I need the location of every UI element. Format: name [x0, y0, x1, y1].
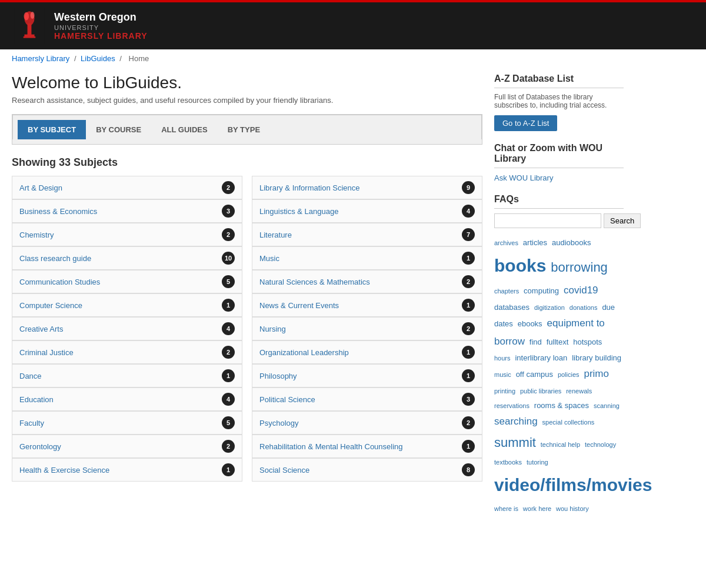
subject-link[interactable]: Health & Exercise Science	[19, 466, 109, 475]
subject-link[interactable]: Social Science	[259, 466, 309, 475]
faq-tag[interactable]: renewals	[566, 387, 592, 395]
subject-link[interactable]: Faculty	[19, 419, 44, 427]
subject-link[interactable]: Computer Science	[19, 301, 82, 310]
faq-tag[interactable]: printing	[494, 387, 515, 395]
subject-link[interactable]: Creative Arts	[19, 325, 63, 333]
subject-link[interactable]: Education	[19, 395, 54, 404]
faq-tag[interactable]: library building	[572, 353, 621, 362]
subject-item[interactable]: Social Science8	[252, 458, 482, 482]
subject-item[interactable]: Business & Economics3	[12, 199, 242, 223]
tab-by-type[interactable]: BY TYPE	[218, 120, 270, 139]
subject-link[interactable]: Philosophy	[259, 372, 297, 380]
subject-link[interactable]: Music	[259, 254, 279, 263]
subject-link[interactable]: Natural Sciences & Mathematics	[259, 278, 370, 286]
faq-tag[interactable]: technology	[585, 441, 616, 448]
subject-link[interactable]: Gerontology	[19, 442, 61, 451]
subject-item[interactable]: Communication Studies5	[12, 270, 242, 293]
faq-tag[interactable]: technical help	[541, 441, 580, 448]
subject-link[interactable]: Criminal Justice	[19, 348, 74, 357]
subject-item[interactable]: Computer Science1	[12, 293, 242, 317]
faq-tag[interactable]: chapters	[494, 288, 519, 295]
faq-tag[interactable]: digitization	[534, 304, 565, 311]
subject-link[interactable]: Dance	[19, 372, 42, 380]
faq-tag[interactable]: audiobooks	[552, 238, 591, 247]
subject-item[interactable]: Linguistics & Language4	[252, 199, 482, 223]
tab-by-course[interactable]: BY COURSE	[86, 120, 151, 139]
faq-search-input[interactable]	[494, 213, 601, 228]
subject-link[interactable]: Organizational Leadership	[259, 348, 349, 357]
subject-link[interactable]: Rehabilitation & Mental Health Counselin…	[259, 442, 403, 451]
faq-tag[interactable]: books	[494, 256, 546, 275]
subject-item[interactable]: News & Current Events1	[252, 293, 482, 317]
subject-link[interactable]: Political Science	[259, 395, 315, 404]
faq-tag[interactable]: databases	[494, 303, 530, 312]
subject-item[interactable]: Creative Arts4	[12, 317, 242, 340]
subject-item[interactable]: Political Science3	[252, 387, 482, 411]
faq-tag[interactable]: tutoring	[527, 459, 548, 466]
faq-tag[interactable]: interlibrary loan	[515, 353, 567, 362]
faq-tag[interactable]: archives	[494, 239, 518, 246]
subject-link[interactable]: News & Current Events	[259, 301, 339, 310]
subject-item[interactable]: Education4	[12, 387, 242, 411]
faq-tag[interactable]: donations	[570, 304, 598, 311]
faq-tag[interactable]: work here	[523, 505, 551, 512]
breadcrumb-hamersly[interactable]: Hamersly Library	[12, 54, 69, 63]
faq-tag[interactable]: video/films/movies	[494, 475, 652, 495]
subject-link[interactable]: Library & Information Science	[259, 183, 360, 192]
subject-item[interactable]: Organizational Leadership1	[252, 340, 482, 364]
faq-tag[interactable]: borrowing	[551, 260, 608, 275]
breadcrumb-libguides[interactable]: LibGuides	[81, 54, 115, 63]
faq-tag[interactable]: public libraries	[520, 387, 561, 395]
faq-tag[interactable]: summit	[494, 435, 536, 450]
faq-tag[interactable]: searching	[494, 416, 538, 427]
subject-item[interactable]: Faculty5	[12, 411, 242, 435]
faq-tag[interactable]: computing	[524, 286, 559, 295]
subject-link[interactable]: Psychology	[259, 419, 298, 427]
faq-tag[interactable]: policies	[558, 371, 580, 378]
subject-item[interactable]: Criminal Justice2	[12, 340, 242, 364]
faq-tag[interactable]: find	[530, 338, 542, 346]
tab-by-subject[interactable]: BY SUBJECT	[18, 120, 86, 139]
subject-item[interactable]: Psychology2	[252, 411, 482, 435]
az-button[interactable]: Go to A-Z List	[494, 115, 557, 131]
subject-link[interactable]: Class research guide	[19, 254, 91, 263]
subject-item[interactable]: Natural Sciences & Mathematics2	[252, 270, 482, 293]
subject-item[interactable]: Philosophy1	[252, 364, 482, 387]
faq-tag[interactable]: textbooks	[494, 459, 522, 466]
subject-item[interactable]: Gerontology2	[12, 435, 242, 458]
faq-tag[interactable]: covid19	[564, 285, 598, 296]
faq-tag[interactable]: scanning	[594, 402, 620, 409]
subject-link[interactable]: Nursing	[259, 325, 286, 333]
subject-item[interactable]: Nursing2	[252, 317, 482, 340]
subject-item[interactable]: Health & Exercise Science1	[12, 458, 242, 482]
faq-search-button[interactable]: Search	[604, 213, 641, 228]
subject-item[interactable]: Art & Design2	[12, 176, 242, 199]
faq-tag[interactable]: fulltext	[547, 338, 569, 346]
faq-tag[interactable]: wou history	[556, 505, 589, 512]
subject-link[interactable]: Communication Studies	[19, 278, 100, 286]
tab-all-guides[interactable]: ALL GUIDES	[151, 120, 218, 139]
subject-link[interactable]: Art & Design	[19, 183, 62, 192]
faq-tag[interactable]: music	[494, 371, 511, 378]
subject-item[interactable]: Class research guide10	[12, 246, 242, 270]
subject-item[interactable]: Library & Information Science9	[252, 176, 482, 199]
subject-item[interactable]: Chemistry2	[12, 223, 242, 246]
faq-tag[interactable]: where is	[494, 505, 518, 512]
subject-link[interactable]: Business & Economics	[19, 207, 97, 216]
subject-item[interactable]: Music1	[252, 246, 482, 270]
faq-tag[interactable]: articles	[523, 238, 547, 247]
subject-item[interactable]: Rehabilitation & Mental Health Counselin…	[252, 435, 482, 458]
faq-tag[interactable]: hotspots	[573, 338, 602, 346]
faq-tag[interactable]: rooms & spaces	[534, 401, 589, 410]
subject-link[interactable]: Linguistics & Language	[259, 207, 338, 216]
faq-tag[interactable]: primo	[584, 368, 609, 379]
faq-tag[interactable]: hours	[494, 355, 511, 362]
subject-link[interactable]: Literature	[259, 230, 292, 239]
faq-tag[interactable]: special collections	[542, 419, 595, 426]
subject-link[interactable]: Chemistry	[19, 230, 54, 239]
chat-link[interactable]: Ask WOU Library	[494, 173, 553, 182]
subject-item[interactable]: Literature7	[252, 223, 482, 246]
faq-tag[interactable]: ebooks	[518, 319, 542, 328]
faq-tag[interactable]: reservations	[494, 402, 530, 409]
faq-tag[interactable]: off campus	[516, 370, 553, 379]
